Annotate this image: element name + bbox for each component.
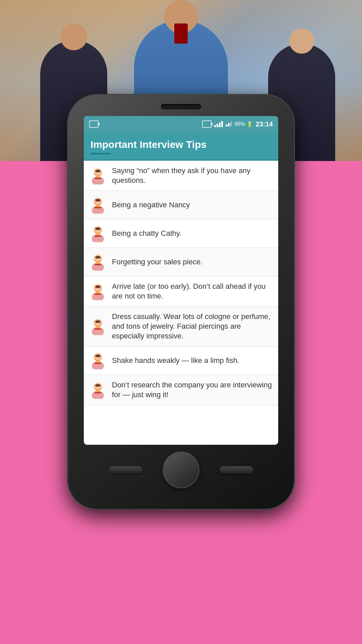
battery-percentage: 96% [235, 121, 245, 127]
clock-display: 23:14 [256, 120, 273, 128]
person-avatar-8 [89, 381, 107, 399]
svg-point-23 [95, 256, 101, 259]
svg-rect-21 [95, 264, 101, 265]
tip-text-3: Being a chatty Cathy. [112, 229, 273, 238]
svg-rect-33 [95, 328, 101, 330]
signal-bar-1 [214, 125, 216, 127]
status-bar: 96% 🔋 23:14 [84, 116, 278, 132]
tip-text-8: Don’t research the company you are inter… [112, 380, 273, 399]
person-avatar-7 [89, 352, 107, 369]
signal-strength-2 [226, 122, 232, 126]
svg-point-47 [95, 384, 101, 387]
svg-rect-9 [95, 207, 101, 208]
phone-home-button[interactable] [163, 451, 199, 488]
notifications-icon [202, 120, 212, 128]
list-item[interactable]: Arrive late (or too early). Don’t call a… [84, 276, 278, 307]
signal-bar-2 [217, 124, 218, 127]
list-item[interactable]: Forgetting your sales piece. [84, 248, 278, 276]
list-item[interactable]: Shake hands weakly — like a limp fish. [84, 346, 278, 375]
phone-speaker [161, 104, 201, 109]
tips-list[interactable]: Saying “no” when they ask if you have an… [84, 161, 278, 405]
phone-left-button[interactable] [109, 466, 142, 474]
list-item[interactable]: Don’t research the company you are inter… [84, 375, 278, 405]
app-title: Important Interview Tips [90, 139, 272, 150]
list-item[interactable]: Saying “no” when they ask if you have an… [84, 161, 278, 191]
list-item[interactable]: Dress casually. Wear lots of cologne or … [84, 307, 278, 346]
status-right-icons: 96% 🔋 23:14 [202, 120, 273, 128]
phone-screen: 96% 🔋 23:14 Important Interview Tips [84, 116, 278, 445]
battery-icon-symbol: 🔋 [246, 121, 253, 127]
pink-right-panel [295, 161, 362, 644]
battery-indicator: 96% 🔋 [235, 121, 253, 127]
svg-rect-3 [95, 178, 101, 179]
svg-rect-15 [95, 235, 101, 237]
signal-bar2-3 [230, 122, 232, 126]
tip-text-5: Arrive late (or too early). Don’t call a… [112, 282, 273, 301]
phone-body: 96% 🔋 23:14 Important Interview Tips [67, 94, 295, 510]
status-left-icons [89, 120, 99, 128]
pink-left-panel [0, 161, 67, 644]
signal-bar-3 [219, 122, 221, 127]
svg-rect-27 [95, 293, 101, 295]
signal-strength [214, 121, 223, 127]
list-item[interactable]: Being a negative Nancy [84, 191, 278, 219]
tip-text-4: Forgetting your sales piece. [112, 257, 273, 267]
signal-bar2-1 [226, 124, 227, 126]
phone-device: 96% 🔋 23:14 Important Interview Tips [67, 94, 295, 510]
person-avatar-6 [89, 318, 107, 335]
person-avatar-5 [89, 283, 107, 300]
signal-bar2-2 [228, 123, 230, 126]
phone-nav-buttons [67, 451, 295, 488]
tip-text-6: Dress casually. Wear lots of cologne or … [112, 312, 273, 341]
header-underline [90, 153, 111, 154]
tip-text-2: Being a negative Nancy [112, 200, 273, 210]
svg-point-41 [95, 355, 101, 357]
svg-rect-45 [95, 392, 101, 393]
person-avatar-2 [89, 196, 107, 214]
svg-point-29 [95, 285, 101, 288]
tip-text-7: Shake hands weakly — like a limp fish. [112, 356, 273, 366]
person-avatar-4 [89, 253, 107, 271]
person-avatar-3 [89, 225, 107, 242]
app-header: Important Interview Tips [84, 132, 278, 161]
person-avatar-1 [89, 167, 107, 184]
list-item[interactable]: Being a chatty Cathy. [84, 219, 278, 248]
svg-point-11 [95, 199, 101, 202]
svg-point-17 [95, 227, 101, 230]
svg-point-5 [95, 170, 101, 172]
photo-status-icon [89, 120, 99, 128]
phone-right-button[interactable] [220, 466, 253, 474]
svg-rect-39 [95, 363, 101, 364]
svg-point-35 [95, 320, 101, 323]
signal-bar-4 [221, 121, 223, 127]
tip-text-1: Saying “no” when they ask if you have an… [112, 166, 273, 185]
